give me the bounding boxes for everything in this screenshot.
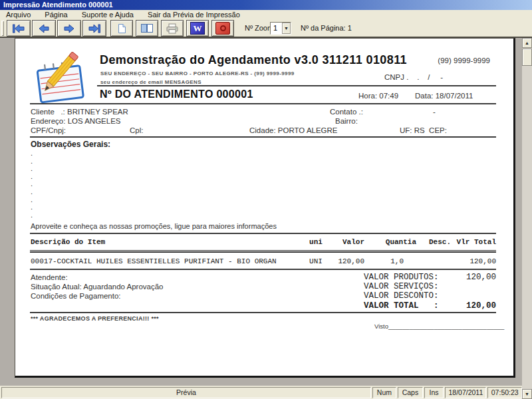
signature-line: Visto_________________________________ — [374, 323, 504, 330]
order-divider — [30, 103, 496, 104]
observations-title: Observações Gerais: — [31, 140, 110, 149]
document-page: Demonstração do Agendamento v3.0 311211 … — [15, 38, 515, 378]
first-page-icon — [12, 24, 25, 33]
status-mode: Prévia — [1, 387, 371, 398]
observations-dots: . . . . . . . . . — [31, 149, 33, 218]
menu-arquivo[interactable]: Arquivo — [0, 10, 37, 19]
uf-cep-row: UF: RS CEP: — [400, 126, 447, 134]
menu-pagina[interactable]: Página — [39, 10, 73, 19]
observation-dot-line: . — [31, 196, 33, 203]
zoom-label: Nº Zoom — [245, 24, 273, 32]
city-label: Cidade: — [249, 126, 278, 134]
contact-label: Contato .: — [330, 108, 363, 116]
status-bar: Prévia Num Caps Ins 18/07/2011 07:50:23 — [0, 386, 522, 399]
observation-dot-line: . — [31, 172, 33, 180]
close-preview-button[interactable] — [211, 20, 234, 37]
toolbar: W Nº Zoom 1 ▼ Nº da Página: 1 — [0, 19, 532, 38]
col-header-descricao: Descrição do Item — [31, 238, 105, 246]
two-page-view-button[interactable] — [136, 20, 158, 37]
toolbar-gripper[interactable] — [1, 21, 4, 36]
observation-dot-line: . — [31, 164, 33, 172]
next-page-button[interactable] — [57, 20, 81, 37]
scroll-down-icon: ▼ — [525, 392, 529, 396]
scroll-down-button[interactable]: ▼ — [522, 389, 532, 399]
vertical-scrollbar[interactable]: ▲ ▼ — [522, 38, 532, 399]
company-address: SEU ENDEREÇO - SEU BAIRRO - PORTO ALEGRE… — [100, 70, 295, 76]
situacao-value: Aguardando Aprovação — [83, 283, 163, 291]
scroll-up-icon: ▲ — [525, 41, 529, 45]
title-bar[interactable]: Impressão Atendimento 000001 — [0, 0, 532, 10]
cpf-label: CPF/Cnpj: — [31, 126, 66, 134]
totals-divider — [30, 312, 496, 313]
table-top-divider — [30, 233, 496, 234]
cpl-label: Cpl: — [130, 126, 143, 134]
scrollbar-thumb[interactable] — [522, 49, 532, 66]
condicoes-label: Condições de Pagamento: — [31, 292, 121, 300]
observation-dot-line: . — [31, 180, 33, 188]
company-email: seu endereço de email MENSAGENS — [100, 79, 201, 85]
zoom-value: 1 — [271, 23, 282, 34]
app-window: Impressão Atendimento 000001 Arquivo Pág… — [0, 0, 532, 399]
first-page-button[interactable] — [7, 20, 31, 37]
single-page-icon — [117, 23, 126, 34]
col-header-vlr-total: Vlr Total — [434, 238, 496, 246]
header-divider — [97, 85, 496, 86]
page-indicator: Nº da Página: 1 — [301, 24, 352, 32]
window-title: Impressão Atendimento 000001 — [3, 1, 113, 9]
menu-bar: Arquivo Página Suporte e Ajuda Sair da P… — [0, 10, 532, 19]
observation-dot-line: . — [31, 157, 33, 165]
export-word-button[interactable]: W — [186, 20, 209, 37]
client-name-label: Cliente .: — [31, 108, 67, 116]
district-label: Bairro: — [335, 117, 358, 125]
zoom-select[interactable]: 1 ▼ — [270, 22, 291, 35]
thanks-line: *** AGRADECEMOS A PREFERENCIA!!! *** — [31, 315, 159, 322]
menu-sair-da-previa[interactable]: Sair da Prévia de Impressão — [142, 10, 246, 19]
valor-total-value: 120,00 — [421, 301, 496, 311]
single-page-view-button[interactable] — [110, 20, 133, 37]
observation-dot-line: . — [31, 203, 33, 211]
valor-desconto-label: VALOR DESCONTO: — [364, 291, 439, 301]
client-address-value: LOS ANGELES — [68, 117, 121, 125]
col-header-valor: Valor — [315, 238, 364, 246]
order-time: Hora: 07:49 — [358, 92, 398, 100]
previous-page-icon — [37, 24, 51, 33]
status-time: 07:50:23 — [487, 387, 522, 398]
attendance-number: Nº DO ATENDIMENTO 000001 — [100, 88, 253, 100]
close-icon — [215, 22, 230, 35]
situacao-label: Situação Atual: — [31, 283, 83, 291]
order-date: Data: 18/07/2011 — [415, 92, 473, 100]
last-page-button[interactable] — [82, 20, 106, 37]
city-value: PORTO ALEGRE — [278, 126, 338, 134]
print-button[interactable] — [161, 20, 184, 37]
report-title: Demonstração do Agendamento v3.0 311211 … — [100, 53, 407, 67]
last-page-icon — [88, 24, 101, 33]
menu-suporte-e-ajuda[interactable]: Suporte e Ajuda — [76, 10, 140, 19]
situacao-row: Situação Atual: Aguardando Aprovação — [31, 283, 164, 291]
valor-produtos-value: 120,00 — [421, 273, 496, 282]
chevron-down-icon[interactable]: ▼ — [282, 23, 291, 34]
preview-workspace: Demonstração do Agendamento v3.0 311211 … — [0, 38, 522, 386]
observation-dot-line: . — [31, 149, 33, 157]
col-header-quantia: Quantia — [371, 238, 416, 246]
table-bottom-divider — [30, 269, 496, 270]
client-address-label: Endereço: — [31, 117, 68, 125]
next-page-icon — [63, 24, 76, 33]
previous-page-button[interactable] — [32, 20, 56, 37]
item-vlr-total: 120,00 — [434, 257, 496, 265]
company-cnpj: CNPJ . . / - — [384, 73, 443, 81]
client-name-row: Cliente .: BRITNEY SPEAR — [31, 108, 128, 116]
valor-servicos-label: VALOR SERVIÇOS: — [364, 282, 439, 291]
scroll-up-button[interactable]: ▲ — [522, 38, 532, 48]
contact-value: - — [433, 108, 436, 116]
printer-icon — [166, 23, 179, 34]
client-address-row: Endereço: LOS ANGELES — [31, 117, 121, 125]
two-page-icon — [140, 23, 154, 33]
client-divider — [30, 136, 496, 138]
status-date: 18/07/2011 — [445, 387, 486, 398]
observation-dot-line: . — [31, 188, 33, 196]
promo-line: Aproveite e conheça as nossas promoções,… — [31, 222, 277, 230]
client-name-value: BRITNEY SPEAR — [67, 108, 128, 116]
status-caps-lock: Caps — [398, 387, 423, 398]
status-num-lock: Num — [372, 387, 396, 398]
item-descricao: 00017-COCKTAIL HUILES ESSENTIELLES PURIF… — [31, 257, 277, 265]
